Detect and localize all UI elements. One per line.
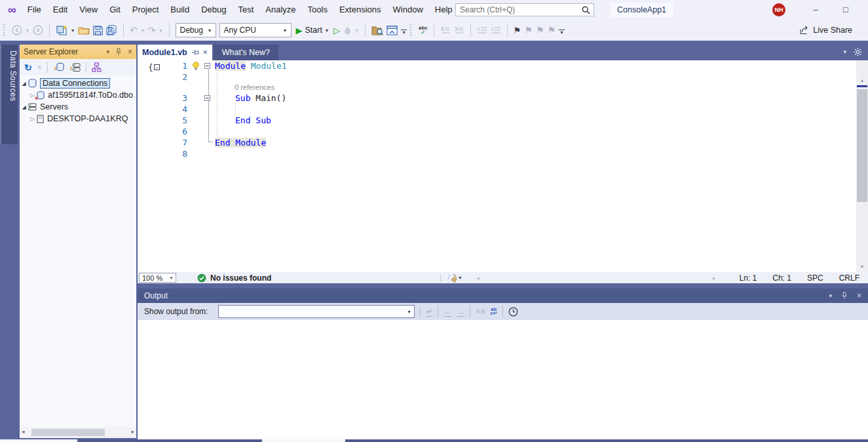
scrollbar-thumb[interactable] (857, 89, 867, 202)
pin-icon[interactable] (115, 48, 122, 56)
menu-build[interactable]: Build (164, 0, 195, 20)
undo-dropdown-icon[interactable]: ▾ (141, 28, 145, 33)
start-without-debugging-button[interactable]: ▷ (333, 26, 340, 35)
tree-item-servers[interactable]: ◢ Servers (20, 101, 136, 113)
timestamp-toggle-button[interactable] (508, 307, 518, 317)
next-message-button[interactable]: → (457, 308, 464, 315)
navigate-forward-button[interactable] (33, 25, 43, 35)
hot-reload-dropdown-icon[interactable]: ▾ (355, 28, 359, 33)
connect-to-server-button[interactable] (69, 63, 81, 72)
menu-git[interactable]: Git (104, 0, 126, 20)
close-icon[interactable]: × (128, 47, 132, 56)
find-in-files-button[interactable] (371, 26, 383, 35)
maximize-button[interactable]: □ (834, 0, 858, 20)
output-content[interactable] (138, 320, 868, 439)
navigate-back-dropdown-icon[interactable]: ▾ (26, 28, 29, 33)
code-cleanup-dropdown-icon[interactable]: ▾ (458, 275, 462, 281)
code-line-1[interactable]: 1 Module Module1 (138, 60, 868, 71)
scroll-down-arrow[interactable]: ▾ (856, 264, 868, 270)
toolbar-overflow-dropdown[interactable]: ▾ (559, 26, 565, 34)
tree-item-machine[interactable]: ▷ DESKTOP-DAA1KRQ (20, 113, 136, 125)
gear-icon[interactable] (854, 48, 862, 56)
clear-all-button[interactable]: ×≡ (476, 308, 485, 315)
scroll-up-arrow[interactable]: ▴ (856, 77, 868, 83)
spaces-indicator[interactable]: SPC (807, 273, 823, 283)
menu-debug[interactable]: Debug (195, 0, 232, 20)
line-ending-indicator[interactable]: CRLF (839, 273, 859, 283)
scroll-left-arrow[interactable]: ◂ (22, 428, 25, 435)
tab-whats-new[interactable]: What's New? (214, 45, 278, 60)
account-avatar[interactable]: NH (772, 3, 785, 16)
toolbar-options-dropdown[interactable]: ▾ (401, 26, 407, 34)
health-indicator[interactable]: No issues found (197, 273, 271, 283)
outline-collapse-box[interactable] (202, 92, 215, 104)
minimize-button[interactable]: – (804, 0, 827, 20)
solution-explorer-home-button[interactable] (387, 26, 398, 35)
tab-module1-vb[interactable]: Module1.vb × (138, 45, 212, 60)
stop-refresh-button[interactable]: × (37, 63, 42, 72)
menu-extensions[interactable]: Extensions (333, 0, 387, 20)
collapsed-arrow-icon[interactable]: ▷ (28, 116, 37, 122)
vertical-scrollbar[interactable]: ▴ ▾ (856, 60, 868, 272)
previous-message-button[interactable]: ← (443, 308, 451, 315)
server-explorer-title-bar[interactable]: Server Explorer ▾ × (20, 45, 136, 59)
close-icon[interactable]: × (857, 291, 861, 300)
expanded-arrow-icon[interactable]: ◢ (20, 104, 28, 110)
scroll-right-arrow[interactable]: ▸ (713, 275, 716, 281)
code-line-6[interactable]: 6 (138, 126, 868, 137)
quick-actions-lightbulb-icon[interactable] (191, 60, 202, 71)
code-line-8[interactable]: 8 (138, 148, 868, 159)
solution-platform-dropdown[interactable]: Any CPU ▾ (219, 23, 292, 37)
decrease-indent-button[interactable] (477, 26, 487, 35)
live-share-button[interactable]: Live Share (799, 26, 868, 35)
scroll-left-arrow[interactable]: ◂ (476, 275, 480, 281)
menu-view[interactable]: View (73, 0, 104, 20)
start-debugging-button[interactable]: ▶ Start ▾ (295, 26, 330, 35)
pin-icon[interactable] (191, 49, 199, 56)
word-wrap-button[interactable]: abc↵ (490, 308, 497, 315)
refresh-button[interactable]: ↻ (24, 62, 32, 73)
undo-button[interactable]: ↶ (130, 25, 138, 35)
data-sources-button[interactable] (92, 62, 102, 72)
next-bookmark-button[interactable]: ⚑ (536, 25, 544, 35)
save-button[interactable] (93, 26, 103, 35)
outline-collapse-box[interactable] (202, 60, 215, 71)
menu-tools[interactable]: Tools (302, 0, 333, 20)
codelens-references[interactable]: 0 references (138, 83, 868, 92)
increase-indent-button[interactable] (491, 26, 501, 35)
tree-item-data-connections[interactable]: ◢ Data Connections (20, 77, 136, 89)
open-file-button[interactable] (78, 26, 90, 35)
connect-to-database-button[interactable] (53, 62, 64, 72)
menu-help[interactable]: Help (429, 0, 459, 20)
menu-edit[interactable]: Edit (47, 0, 73, 20)
expanded-arrow-icon[interactable]: ◢ (20, 81, 28, 87)
toolbar-grip[interactable] (410, 24, 413, 36)
code-line-7[interactable]: 7 End Module (138, 137, 868, 148)
menu-project[interactable]: Project (126, 0, 164, 20)
comment-out-button[interactable] (440, 26, 451, 35)
toggle-bookmark-button[interactable]: ⚑ (514, 26, 521, 35)
redo-button[interactable]: ↷ (148, 25, 156, 35)
redo-dropdown-icon[interactable]: ▾ (159, 28, 163, 33)
sidebar-tab-data-sources[interactable]: Data Sources (0, 45, 18, 144)
menu-test[interactable]: Test (232, 0, 259, 20)
window-position-dropdown-icon[interactable]: ▾ (829, 292, 832, 299)
quick-search-box[interactable] (455, 3, 594, 16)
zoom-level-dropdown[interactable]: 100 % ▾ (139, 273, 176, 283)
code-cleanup-button[interactable] (447, 273, 458, 283)
solution-configuration-dropdown[interactable]: Debug ▾ (176, 23, 216, 37)
search-input[interactable] (456, 5, 582, 14)
scrollbar-thumb[interactable] (31, 429, 105, 436)
save-all-button[interactable] (106, 25, 117, 35)
spell-check-button[interactable]: abc✓ (419, 26, 428, 35)
hot-reload-button[interactable] (343, 26, 352, 35)
new-project-dropdown-icon[interactable]: ▾ (71, 28, 75, 33)
output-title-bar[interactable]: Output ▾ × (138, 289, 868, 303)
code-line-2[interactable]: 2 (138, 71, 868, 83)
menu-file[interactable]: File (22, 0, 47, 20)
scroll-right-arrow[interactable]: ▸ (131, 428, 134, 435)
navigate-back-button[interactable] (12, 25, 22, 35)
output-source-dropdown[interactable]: ▾ (218, 305, 415, 318)
toolbar-grip[interactable] (3, 24, 7, 36)
solution-name-badge[interactable]: ConsoleApp1 (610, 3, 673, 17)
